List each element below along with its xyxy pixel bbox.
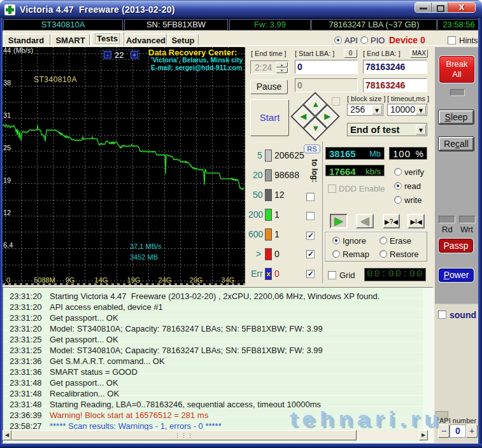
svg-text:(Mb/s): (Mb/s) <box>13 47 33 54</box>
svg-text:38: 38 <box>3 79 11 87</box>
svg-text:31: 31 <box>3 111 11 119</box>
svg-text:44: 44 <box>3 47 11 54</box>
